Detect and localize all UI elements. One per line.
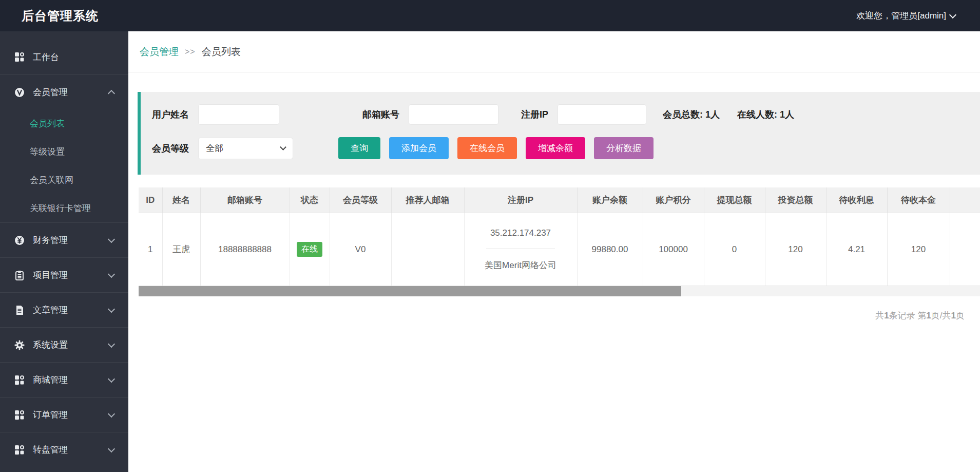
col-pending-principal: 待收本金 bbox=[887, 187, 950, 213]
cell-pending-principal: 120 bbox=[887, 213, 950, 286]
admin-app: 后台管理系统 欢迎您，管理员[admin] 工作台 bbox=[0, 0, 980, 472]
sidebar-item-workbench[interactable]: 工作台 bbox=[0, 40, 128, 74]
filter-panel: 用户姓名 邮箱账号 注册IP 会员总数: 1人 在线人数: 1人 bbox=[138, 92, 980, 175]
settings-gear-icon bbox=[14, 340, 25, 350]
col-email: 邮箱账号 bbox=[200, 187, 290, 213]
sidebar-item-mall[interactable]: 商城管理 bbox=[0, 362, 128, 397]
query-button[interactable]: 查询 bbox=[338, 137, 380, 159]
filter-row-1: 用户姓名 邮箱账号 注册IP 会员总数: 1人 在线人数: 1人 bbox=[152, 104, 980, 125]
cell-name: 王虎 bbox=[162, 213, 200, 286]
register-ip-location: 美国Merit网络公司 bbox=[465, 259, 577, 271]
breadcrumb-parent-link[interactable]: 会员管理 bbox=[140, 45, 179, 59]
sidebar-item-label: 转盘管理 bbox=[33, 444, 68, 456]
filter-row-2: 会员等级 全部 查询 添加会员 在线会员 增减余额 分析数据 bbox=[152, 137, 980, 159]
total-pages: 1 bbox=[951, 311, 956, 320]
sidebar-item-label: 工作台 bbox=[33, 51, 59, 63]
console-grid-icon bbox=[14, 375, 25, 385]
email-input[interactable] bbox=[409, 104, 498, 125]
member-v-icon bbox=[14, 87, 25, 98]
cell-clipped bbox=[950, 213, 980, 286]
main-content: 会员管理 >> 会员列表 用户姓名 邮箱账号 注册IP 会员总数: 1人 bbox=[128, 31, 980, 472]
online-members-button[interactable]: 在线会员 bbox=[457, 137, 517, 159]
chevron-down-icon bbox=[108, 270, 115, 277]
col-balance: 账户余额 bbox=[577, 187, 643, 213]
sidebar-item-projects[interactable]: 项目管理 bbox=[0, 257, 128, 292]
top-header: 后台管理系统 欢迎您，管理员[admin] bbox=[0, 0, 980, 31]
cell-email: 18888888888 bbox=[200, 213, 290, 286]
online-members-stat: 在线人数: 1人 bbox=[737, 108, 794, 121]
cell-status: 在线 bbox=[290, 213, 330, 286]
username-input[interactable] bbox=[198, 104, 279, 125]
horizontal-scrollbar-thumb[interactable] bbox=[139, 286, 681, 296]
chevron-down-icon bbox=[108, 410, 115, 417]
col-pending-interest: 待收利息 bbox=[826, 187, 887, 213]
chevron-up-icon bbox=[108, 89, 115, 97]
chevron-down-icon bbox=[108, 235, 115, 242]
chevron-down-icon bbox=[949, 11, 956, 18]
sidebar-item-orders[interactable]: 订单管理 bbox=[0, 397, 128, 432]
col-invest-total: 投资总额 bbox=[765, 187, 826, 213]
sidebar-item-system[interactable]: 系统设置 bbox=[0, 327, 128, 362]
sidebar-item-label: 会员管理 bbox=[33, 86, 68, 98]
sidebar-item-label: 项目管理 bbox=[33, 269, 68, 281]
register-ip-value: 35.212.174.237 bbox=[465, 228, 577, 238]
finance-yen-icon bbox=[14, 235, 25, 246]
status-badge: 在线 bbox=[297, 242, 322, 257]
adjust-balance-button[interactable]: 增减余额 bbox=[526, 137, 585, 159]
members-submenu: 会员列表 等级设置 会员关联网 关联银行卡管理 bbox=[0, 109, 128, 222]
horizontal-scrollbar-track[interactable] bbox=[139, 286, 980, 296]
analyze-data-button[interactable]: 分析数据 bbox=[594, 137, 654, 159]
current-page: 1 bbox=[926, 311, 931, 320]
add-member-button[interactable]: 添加会员 bbox=[389, 137, 449, 159]
sidebar-subitem-bank-cards[interactable]: 关联银行卡管理 bbox=[0, 194, 128, 222]
cell-points: 100000 bbox=[643, 213, 704, 286]
sidebar-item-finance[interactable]: 财务管理 bbox=[0, 222, 128, 257]
cell-pending-interest: 4.21 bbox=[826, 213, 887, 286]
col-withdraw-total: 提现总额 bbox=[704, 187, 765, 213]
col-points: 账户积分 bbox=[643, 187, 704, 213]
sidebar: 工作台 会员管理 会员列表 等级设置 会员关联网 关联银行卡管理 bbox=[0, 31, 128, 472]
sidebar-item-label: 订单管理 bbox=[33, 409, 68, 421]
sidebar-item-label: 商城管理 bbox=[33, 374, 68, 386]
article-doc-icon bbox=[14, 305, 25, 315]
col-id: ID bbox=[139, 187, 162, 213]
console-grid-icon bbox=[14, 52, 25, 62]
member-level-label: 会员等级 bbox=[152, 142, 189, 155]
sidebar-subitem-member-list[interactable]: 会员列表 bbox=[0, 109, 128, 138]
register-ip-input[interactable] bbox=[558, 104, 646, 125]
record-count: 1 bbox=[884, 311, 889, 320]
members-table-wrap: ID 姓名 邮箱账号 状态 会员等级 推荐人邮箱 注册IP 账户余额 账户积分 … bbox=[139, 187, 980, 286]
chevron-down-icon bbox=[108, 445, 115, 452]
welcome-text: 欢迎您，管理员[admin] bbox=[856, 10, 946, 22]
cell-register-ip: 35.212.174.237 美国Merit网络公司 bbox=[464, 213, 577, 286]
col-status: 状态 bbox=[290, 187, 330, 213]
breadcrumb-current: 会员列表 bbox=[202, 45, 241, 59]
breadcrumb: 会员管理 >> 会员列表 bbox=[128, 31, 980, 72]
register-ip-label: 注册IP bbox=[521, 108, 548, 121]
col-clipped bbox=[950, 187, 980, 213]
sidebar-item-members[interactable]: 会员管理 bbox=[0, 74, 128, 109]
ip-divider bbox=[486, 249, 555, 249]
cell-level: V0 bbox=[330, 213, 391, 286]
project-clipboard-icon bbox=[14, 270, 25, 280]
sidebar-subitem-member-network[interactable]: 会员关联网 bbox=[0, 166, 128, 194]
breadcrumb-separator: >> bbox=[185, 47, 196, 56]
cell-withdraw-total: 0 bbox=[704, 213, 765, 286]
user-menu[interactable]: 欢迎您，管理员[admin] bbox=[856, 10, 980, 22]
sidebar-item-wheel[interactable]: 转盘管理 bbox=[0, 432, 128, 467]
chevron-down-icon bbox=[108, 305, 115, 312]
cell-id: 1 bbox=[139, 213, 162, 286]
sidebar-item-label: 财务管理 bbox=[33, 234, 68, 246]
member-level-selected: 全部 bbox=[206, 142, 223, 154]
col-referrer: 推荐人邮箱 bbox=[391, 187, 464, 213]
sidebar-subitem-level-settings[interactable]: 等级设置 bbox=[0, 138, 128, 166]
cell-referrer bbox=[391, 213, 464, 286]
console-grid-icon bbox=[14, 410, 25, 420]
app-title: 后台管理系统 bbox=[0, 8, 99, 24]
sidebar-item-articles[interactable]: 文章管理 bbox=[0, 292, 128, 327]
member-level-select[interactable]: 全部 bbox=[198, 138, 293, 159]
member-stats: 会员总数: 1人 在线人数: 1人 bbox=[663, 108, 794, 121]
col-register-ip: 注册IP bbox=[464, 187, 577, 213]
col-level: 会员等级 bbox=[330, 187, 391, 213]
sidebar-item-label: 文章管理 bbox=[33, 304, 68, 316]
